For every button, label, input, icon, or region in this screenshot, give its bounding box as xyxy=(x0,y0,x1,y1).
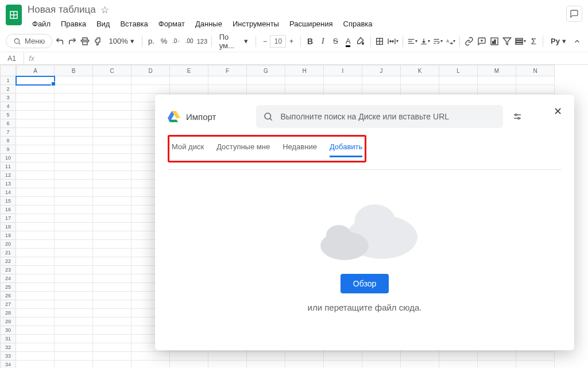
search-placeholder: Выполните поиск на Диске или вставьте UR… xyxy=(280,112,449,121)
browse-button[interactable]: Обзор xyxy=(341,274,389,293)
svg-line-28 xyxy=(270,118,272,120)
dialog-title: Импорт xyxy=(186,112,216,122)
tab-recent[interactable]: Недавние xyxy=(283,142,317,157)
dialog-search[interactable]: Выполните поиск на Диске или вставьте UR… xyxy=(256,105,503,128)
svg-point-32 xyxy=(518,118,520,119)
svg-point-31 xyxy=(516,114,517,116)
svg-point-36 xyxy=(326,225,351,246)
google-drive-icon xyxy=(168,111,180,122)
search-icon xyxy=(263,111,273,122)
upload-drop-area[interactable]: Обзор или перетащите файл сюда. xyxy=(168,170,562,336)
tab-upload[interactable]: Добавить xyxy=(330,142,362,157)
svg-point-34 xyxy=(354,204,396,239)
cloud-upload-icon xyxy=(307,194,422,260)
tab-my-drive[interactable]: Мой диск xyxy=(172,142,204,157)
tab-shared-with-me[interactable]: Доступные мне xyxy=(216,142,270,157)
search-options-icon[interactable] xyxy=(509,108,526,125)
import-dialog: Импорт Выполните поиск на Диске или вста… xyxy=(155,95,574,350)
drag-hint-text: или перетащите файл сюда. xyxy=(308,303,422,312)
dialog-tabs-highlight: Мой диск Доступные мне Недавние Добавить xyxy=(168,135,366,162)
close-dialog-button[interactable]: ✕ xyxy=(550,104,565,119)
svg-point-27 xyxy=(265,113,271,119)
